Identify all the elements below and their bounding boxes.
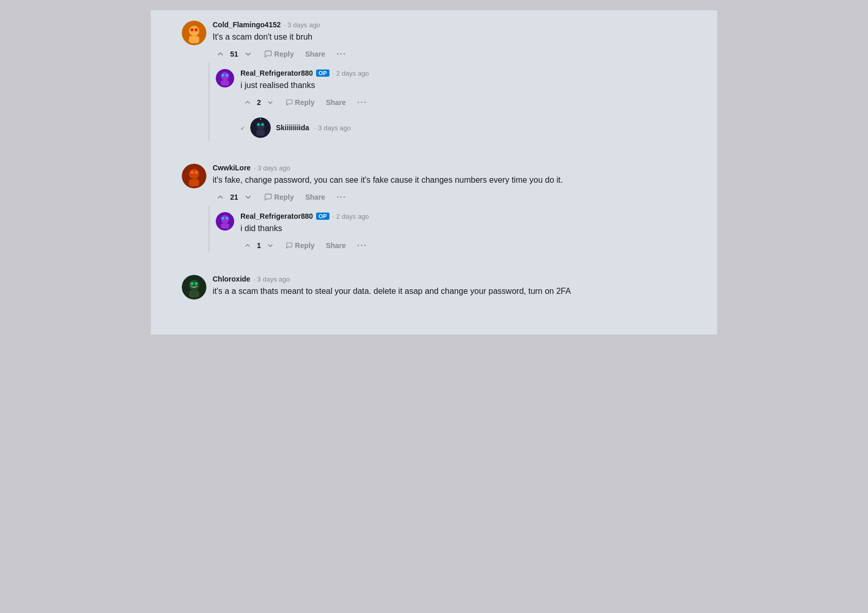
upvote-btn-1-1[interactable] [240, 96, 255, 109]
svg-point-29 [190, 282, 194, 285]
share-btn-2[interactable]: Share [302, 191, 328, 203]
svg-point-18 [189, 169, 199, 179]
avatar-cold-flamingo [182, 21, 206, 45]
comment-body-3: Chloroxide · 3 days ago it's a a scam th… [213, 275, 686, 302]
svg-point-19 [190, 171, 194, 174]
downvote-btn-1-1[interactable] [263, 96, 277, 109]
svg-rect-9 [221, 80, 229, 85]
more-btn-2[interactable]: ··· [334, 190, 350, 204]
comment-row-2: CwwkiLore · 3 days ago it's fake, change… [182, 164, 686, 204]
svg-point-24 [222, 217, 224, 220]
content-area: Cold_Flamingo4152 · 3 days ago It's a sc… [151, 10, 717, 335]
more-btn-1-1[interactable]: ··· [354, 96, 370, 109]
comment-body-2-1: Real_Refrigerator880 OP · 2 days ago i d… [240, 212, 686, 252]
downvote-btn-1[interactable] [240, 47, 256, 61]
comment-body-2: CwwkiLore · 3 days ago it's fake, change… [213, 164, 686, 204]
upvote-btn-2-1[interactable] [240, 239, 255, 252]
svg-point-1 [189, 26, 199, 36]
share-btn-2-1[interactable]: Share [323, 239, 349, 252]
svg-point-25 [226, 217, 229, 220]
svg-rect-14 [256, 130, 265, 136]
avatar-real-refrigerator-1 [216, 69, 234, 87]
timestamp-2-1: · 2 days ago [333, 213, 369, 220]
vote-count-1-1: 2 [257, 98, 261, 107]
comment-body-1: Cold_Flamingo4152 · 3 days ago It's a sc… [213, 21, 686, 61]
downvote-btn-2[interactable] [240, 190, 256, 204]
action-bar-2-1: 1 [240, 239, 686, 252]
op-badge-2-1: OP [316, 213, 329, 220]
skipped-comment-row: ↙ Skiiiiiiiid [240, 111, 686, 141]
comment-header-2: CwwkiLore · 3 days ago [213, 164, 686, 172]
vote-count-1: 51 [230, 50, 238, 58]
svg-rect-2 [189, 36, 199, 43]
avatar-skiiiiiiiida [250, 117, 271, 138]
svg-rect-31 [189, 290, 199, 297]
username-skiiiiiiiida: Skiiiiiiiida [276, 124, 309, 132]
reply-row-1-1: Real_Refrigerator880 OP · 2 days ago i j… [216, 63, 686, 109]
comment-header-2-1: Real_Refrigerator880 OP · 2 days ago [240, 212, 686, 220]
action-bar-1-1: 2 [240, 96, 686, 109]
username-real-refrigerator-1: Real_Refrigerator880 [240, 69, 313, 77]
comment-thread-3: Chloroxide · 3 days ago it's a a scam th… [182, 275, 686, 302]
op-badge-1-1: OP [316, 69, 329, 77]
svg-point-8 [226, 74, 229, 77]
replies-wrapper-2: Real_Refrigerator880 OP · 2 days ago i d… [209, 206, 686, 252]
downvote-btn-2-1[interactable] [263, 239, 277, 252]
comment-body-1-1: Real_Refrigerator880 OP · 2 days ago i j… [240, 69, 686, 109]
comment-row-1: Cold_Flamingo4152 · 3 days ago It's a sc… [182, 21, 686, 61]
share-btn-1[interactable]: Share [302, 48, 328, 60]
reply-btn-2[interactable]: Reply [261, 191, 297, 203]
upvote-btn-2[interactable] [213, 190, 228, 204]
expand-icon: ↙ [240, 125, 245, 131]
reply-btn-2-1[interactable]: Reply [283, 239, 318, 252]
more-btn-1[interactable]: ··· [334, 47, 350, 61]
reply-row-2-1: Real_Refrigerator880 OP · 2 days ago i d… [216, 206, 686, 252]
timestamp-1-1: · 2 days ago [333, 69, 369, 77]
vote-group-2-1: 1 [240, 239, 277, 252]
username-chloroxide: Chloroxide [213, 275, 250, 283]
svg-point-4 [195, 28, 198, 31]
reply-btn-1[interactable]: Reply [261, 48, 297, 60]
svg-point-3 [190, 28, 194, 31]
vote-count-2: 21 [230, 193, 238, 201]
svg-point-15 [259, 120, 262, 123]
svg-point-23 [221, 215, 229, 223]
timestamp-2: · 3 days ago [254, 164, 290, 172]
comment-header-3: Chloroxide · 3 days ago [213, 275, 686, 283]
timestamp-3: · 3 days ago [253, 275, 290, 283]
action-bar-1: 51 Reply [213, 47, 686, 61]
svg-point-28 [189, 280, 199, 290]
vote-count-2-1: 1 [257, 241, 261, 250]
vote-group-1-1: 2 [240, 96, 277, 109]
comment-text-3: it's a a scam thats meant to steal your … [213, 285, 686, 297]
reply-btn-1-1[interactable]: Reply [283, 96, 318, 109]
spacer-2 [182, 265, 686, 275]
svg-point-12 [257, 124, 260, 126]
comment-thread-2: CwwkiLore · 3 days ago it's fake, change… [182, 164, 686, 252]
comment-row-3: Chloroxide · 3 days ago it's a a scam th… [182, 275, 686, 302]
username-real-refrigerator-2: Real_Refrigerator880 [240, 212, 313, 220]
username-cold-flamingo: Cold_Flamingo4152 [213, 21, 281, 29]
vote-group-1: 51 [213, 47, 256, 61]
comment-text-1: It's a scam don't use it bruh [213, 31, 686, 43]
svg-rect-26 [221, 223, 229, 229]
spacer-1 [182, 153, 686, 164]
svg-point-20 [195, 171, 198, 174]
comment-text-2-1: i did thanks [240, 222, 686, 235]
more-btn-2-1[interactable]: ··· [354, 239, 370, 252]
vote-group-2: 21 [213, 190, 256, 204]
svg-point-30 [195, 282, 198, 285]
upvote-btn-1[interactable] [213, 47, 228, 61]
svg-point-7 [222, 74, 224, 77]
avatar-real-refrigerator-2 [216, 212, 234, 231]
comment-thread-1: Cold_Flamingo4152 · 3 days ago It's a sc… [182, 21, 686, 141]
page-wrapper: Cold_Flamingo4152 · 3 days ago It's a sc… [0, 0, 868, 345]
timestamp-1: · 3 days ago [284, 21, 320, 29]
comment-text-1-1: i just realised thanks [240, 79, 686, 92]
replies-wrapper-1: Real_Refrigerator880 OP · 2 days ago i j… [209, 63, 686, 141]
comment-header-1-1: Real_Refrigerator880 OP · 2 days ago [240, 69, 686, 77]
svg-rect-21 [189, 179, 199, 186]
avatar-cwwkilore [182, 164, 206, 188]
share-btn-1-1[interactable]: Share [323, 96, 349, 109]
comment-text-2: it's fake, change password, you can see … [213, 174, 686, 186]
